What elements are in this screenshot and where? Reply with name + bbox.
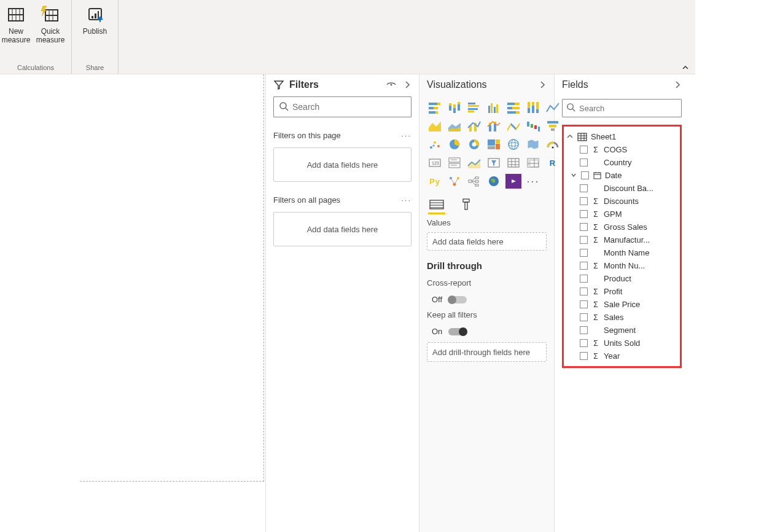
- field-checkbox[interactable]: [580, 236, 588, 244]
- viz-donut-chart[interactable]: [466, 137, 482, 152]
- viz-clustered-bar-chart[interactable]: [466, 100, 482, 115]
- viz-area-chart[interactable]: [427, 119, 443, 133]
- viz-clustered-column-chart[interactable]: [486, 100, 502, 115]
- viz-line-stacked-column[interactable]: [486, 119, 502, 133]
- field-checkbox[interactable]: [580, 210, 588, 218]
- viz-waterfall-chart[interactable]: [525, 119, 541, 133]
- field-item[interactable]: ΣGross Sales: [564, 221, 680, 233]
- viz-power-apps[interactable]: [505, 174, 521, 189]
- field-item[interactable]: Date: [564, 169, 680, 182]
- ribbon-group-share: Publish Share: [72, 0, 119, 74]
- field-item[interactable]: ΣMonth Name: [564, 246, 680, 259]
- viz-line-chart[interactable]: [545, 100, 561, 115]
- publish-button[interactable]: Publish: [77, 2, 113, 37]
- keep-all-filters-toggle[interactable]: [448, 328, 467, 335]
- fields-tab[interactable]: [428, 197, 445, 214]
- values-dropzone[interactable]: Add data fields here: [427, 232, 547, 251]
- viz-map[interactable]: [505, 137, 521, 152]
- viz-treemap[interactable]: [486, 137, 502, 152]
- viz-card[interactable]: 123: [427, 155, 443, 170]
- field-checkbox[interactable]: [580, 197, 588, 205]
- filters-search-input[interactable]: [292, 102, 406, 112]
- viz-slicer[interactable]: [486, 155, 502, 170]
- svg-point-71: [433, 145, 435, 147]
- more-options-icon[interactable]: ···: [401, 195, 411, 205]
- field-item[interactable]: ΣYear: [564, 350, 680, 362]
- field-item[interactable]: ΣProduct: [564, 272, 680, 285]
- field-item[interactable]: ΣProfit: [564, 285, 680, 298]
- svg-line-123: [572, 109, 575, 111]
- field-checkbox[interactable]: [580, 184, 588, 192]
- filters-search-box[interactable]: [273, 96, 411, 117]
- quick-measure-button[interactable]: Quick measure: [33, 2, 68, 45]
- field-item[interactable]: ΣGPM: [564, 208, 680, 221]
- field-checkbox[interactable]: [581, 171, 589, 179]
- fields-search-input[interactable]: [579, 104, 682, 113]
- collapse-fields-icon[interactable]: [672, 79, 683, 90]
- viz-100-stacked-column-chart[interactable]: [525, 100, 541, 115]
- canvas-placeholder: [80, 74, 264, 482]
- field-checkbox[interactable]: [580, 158, 588, 166]
- report-canvas[interactable]: [0, 74, 265, 532]
- viz-key-influencers[interactable]: [446, 174, 462, 189]
- field-item[interactable]: ΣCountry: [564, 156, 680, 169]
- eye-icon[interactable]: [386, 79, 397, 90]
- field-item[interactable]: ΣSales: [564, 311, 680, 324]
- collapse-viz-icon[interactable]: [537, 79, 548, 90]
- field-item[interactable]: ΣDiscount Ba...: [564, 182, 680, 195]
- field-checkbox[interactable]: [580, 275, 588, 283]
- viz-table[interactable]: [505, 155, 521, 170]
- field-item[interactable]: ΣManufactur...: [564, 233, 680, 246]
- svg-line-16: [286, 108, 288, 111]
- field-checkbox[interactable]: [580, 249, 588, 257]
- field-checkbox[interactable]: [580, 313, 588, 321]
- collapse-filters-icon[interactable]: [402, 79, 413, 90]
- field-item[interactable]: ΣSale Price: [564, 298, 680, 311]
- svg-rect-31: [468, 108, 478, 110]
- svg-point-70: [437, 145, 440, 147]
- viz-matrix[interactable]: [525, 155, 541, 170]
- field-name: Manufactur...: [604, 235, 677, 244]
- field-checkbox[interactable]: [580, 300, 588, 308]
- viz-gauge[interactable]: [545, 137, 561, 152]
- drillthrough-dropzone[interactable]: Add drill-through fields here: [427, 342, 547, 362]
- field-checkbox[interactable]: [580, 326, 588, 334]
- viz-multi-row-card[interactable]: [446, 155, 462, 170]
- cross-report-toggle[interactable]: [448, 296, 467, 303]
- viz-pie-chart[interactable]: [446, 137, 462, 152]
- viz-line-clustered-column[interactable]: [466, 119, 482, 133]
- field-item[interactable]: ΣUnits Sold: [564, 337, 680, 350]
- viz-stacked-bar-chart[interactable]: [427, 100, 443, 115]
- viz-more-visuals[interactable]: ···: [525, 174, 541, 189]
- table-node[interactable]: Sheet1: [564, 130, 680, 143]
- viz-r-visual[interactable]: R: [545, 155, 561, 170]
- field-item[interactable]: ΣMonth Nu...: [564, 259, 680, 272]
- viz-python-visual[interactable]: Py: [427, 174, 443, 189]
- viz-decomposition-tree[interactable]: [466, 174, 482, 189]
- viz-scatter-chart[interactable]: [427, 137, 443, 152]
- ribbon-collapse-icon[interactable]: [682, 64, 689, 71]
- field-checkbox[interactable]: [580, 146, 588, 154]
- new-measure-button[interactable]: Newmeasure: [1, 2, 31, 45]
- field-checkbox[interactable]: [580, 339, 588, 347]
- more-options-icon[interactable]: ···: [401, 131, 411, 140]
- viz-ribbon-chart[interactable]: [505, 119, 521, 133]
- field-item[interactable]: ΣDiscounts: [564, 195, 680, 208]
- viz-funnel-chart[interactable]: [545, 119, 561, 133]
- viz-filled-map[interactable]: [525, 137, 541, 152]
- field-checkbox[interactable]: [580, 288, 588, 295]
- format-tab[interactable]: [458, 197, 475, 214]
- field-checkbox[interactable]: [580, 262, 588, 270]
- page-filters-dropzone[interactable]: Add data fields here: [273, 147, 411, 182]
- viz-stacked-area-chart[interactable]: [446, 119, 462, 133]
- field-checkbox[interactable]: [580, 223, 588, 231]
- viz-100-stacked-bar-chart[interactable]: [505, 100, 521, 115]
- field-checkbox[interactable]: [580, 352, 588, 360]
- field-item[interactable]: ΣCOGS: [564, 143, 680, 156]
- field-item[interactable]: ΣSegment: [564, 324, 680, 337]
- viz-stacked-column-chart[interactable]: [446, 100, 462, 115]
- viz-kpi[interactable]: [466, 155, 482, 170]
- viz-arcgis-map[interactable]: [486, 174, 502, 189]
- fields-search-box[interactable]: [562, 99, 682, 117]
- report-filters-dropzone[interactable]: Add data fields here: [273, 212, 411, 246]
